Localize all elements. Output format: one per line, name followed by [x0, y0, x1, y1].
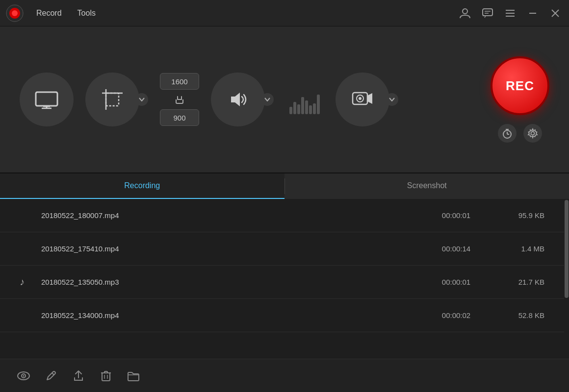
- file-row[interactable]: 20180522_134000.mp4 00:00:02 52.8 KB: [0, 299, 564, 332]
- rec-area: REC: [491, 56, 549, 143]
- content-area: 1600 900: [0, 26, 569, 392]
- svg-point-2: [12, 10, 18, 16]
- rec-bottom-icons: [498, 124, 542, 143]
- vol-bar-3: [297, 104, 300, 114]
- crop-btn[interactable]: [85, 73, 139, 126]
- vol-bar-6: [309, 105, 312, 114]
- share-btn[interactable]: [70, 367, 87, 385]
- crop-dropdown-arrow[interactable]: [135, 93, 148, 106]
- tab-recording[interactable]: Recording: [0, 173, 284, 199]
- svg-point-3: [463, 9, 467, 14]
- file-name: 20180522_135050.mp3: [41, 278, 417, 286]
- file-row[interactable]: ♪ 20180522_135050.mp3 00:00:01 21.7 KB: [0, 266, 564, 299]
- scrollbar-thumb[interactable]: [565, 200, 569, 298]
- svg-line-32: [52, 373, 54, 375]
- file-list-panel: 20180522_180007.mp4 00:00:01 95.9 KB 201…: [0, 199, 564, 359]
- list-section: Recording Screenshot 20180522_180007.mp4…: [0, 173, 569, 392]
- file-name: 20180522_180007.mp4: [41, 211, 417, 220]
- vol-bar-5: [305, 100, 308, 114]
- link-icon: [173, 93, 186, 106]
- crop-area-group: [85, 73, 148, 126]
- delete-btn[interactable]: [97, 367, 115, 385]
- screen-capture-btn[interactable]: [20, 73, 74, 126]
- menu-bar: Record Tools: [29, 6, 457, 21]
- open-folder-btn[interactable]: [125, 367, 142, 385]
- file-duration: 00:00:02: [427, 311, 486, 319]
- webcam-btn[interactable]: [336, 73, 389, 126]
- file-size: 95.9 KB: [495, 211, 544, 220]
- audio-btn[interactable]: [211, 73, 265, 126]
- menu-record[interactable]: Record: [29, 6, 69, 21]
- vol-bar-1: [289, 107, 292, 114]
- scrollbar-track[interactable]: [564, 199, 569, 359]
- svg-marker-20: [231, 93, 240, 106]
- hamburger-icon-btn[interactable]: [502, 5, 518, 21]
- vol-bar-4: [301, 97, 304, 114]
- close-btn[interactable]: [547, 5, 563, 21]
- minimize-btn[interactable]: [525, 5, 541, 21]
- resolution-group: 1600 900: [160, 73, 199, 126]
- file-row[interactable]: 20180522_175410.mp4 00:00:14 1.4 MB: [0, 232, 564, 266]
- file-size: 21.7 KB: [495, 278, 544, 286]
- svg-rect-17: [106, 93, 119, 106]
- menu-tools[interactable]: Tools: [71, 6, 103, 21]
- file-name: 20180522_134000.mp4: [41, 311, 417, 319]
- vol-bar-8: [317, 95, 320, 114]
- webcam-group: [336, 73, 398, 126]
- volume-meter: [285, 85, 324, 114]
- svg-point-23: [359, 97, 362, 100]
- svg-rect-33: [102, 373, 110, 381]
- file-size: 52.8 KB: [495, 311, 544, 319]
- tab-screenshot[interactable]: Screenshot: [285, 173, 569, 199]
- file-row[interactable]: 20180522_180007.mp4 00:00:01 95.9 KB: [0, 199, 564, 232]
- settings-icon-btn[interactable]: [523, 124, 542, 143]
- chat-icon-btn[interactable]: [480, 5, 495, 21]
- controls-area: 1600 900: [0, 26, 569, 173]
- webcam-dropdown-arrow[interactable]: [386, 93, 398, 106]
- tabs-bar: Recording Screenshot: [0, 173, 569, 199]
- edit-btn[interactable]: [42, 367, 60, 385]
- audio-group: [211, 73, 274, 126]
- file-list-wrapper: 20180522_180007.mp4 00:00:01 95.9 KB 201…: [0, 199, 569, 359]
- svg-point-28: [531, 132, 535, 135]
- rec-label: REC: [506, 78, 534, 94]
- file-name: 20180522_175410.mp4: [41, 245, 417, 253]
- app-logo: [6, 4, 24, 22]
- svg-rect-13: [36, 92, 57, 106]
- audio-file-icon: ♪: [20, 276, 31, 288]
- titlebar: Record Tools: [0, 0, 569, 26]
- height-input[interactable]: 900: [160, 109, 199, 126]
- timer-icon-btn[interactable]: [498, 124, 517, 143]
- vol-bar-7: [313, 103, 316, 114]
- svg-point-31: [23, 375, 25, 376]
- file-size: 1.4 MB: [495, 245, 544, 253]
- bottom-toolbar: [0, 359, 569, 392]
- audio-dropdown-arrow[interactable]: [261, 93, 274, 106]
- vol-bar-2: [293, 102, 296, 114]
- rec-button[interactable]: REC: [491, 56, 549, 115]
- preview-btn[interactable]: [15, 367, 32, 385]
- file-duration: 00:00:01: [427, 211, 486, 220]
- window-actions: [457, 5, 563, 21]
- file-duration: 00:00:01: [427, 278, 486, 286]
- file-duration: 00:00:14: [427, 245, 486, 253]
- width-input[interactable]: 1600: [160, 73, 199, 90]
- svg-rect-4: [483, 9, 492, 16]
- account-icon-btn[interactable]: [457, 5, 473, 21]
